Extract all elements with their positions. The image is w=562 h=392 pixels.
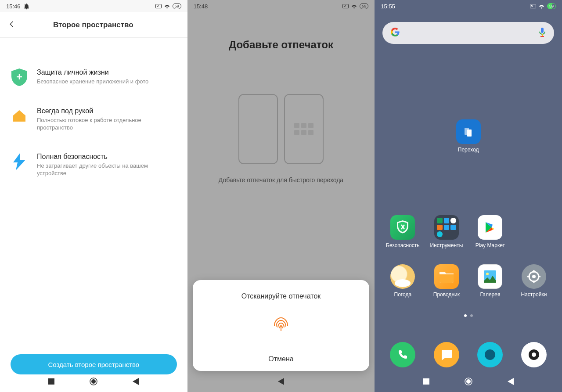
app-security[interactable]: Безопасность [382, 215, 423, 248]
messages-icon [434, 342, 459, 367]
fingerprint-icon[interactable] [270, 313, 292, 334]
app-row: Безопасность Инструменты Play Маркет [381, 215, 556, 248]
back-button-nav[interactable] [277, 378, 285, 385]
app-weather[interactable]: Погода [382, 264, 423, 298]
google-search-widget[interactable] [382, 22, 554, 44]
page-subtitle: Добавьте отпечаток для быстрого перехода [187, 176, 375, 183]
mute-icon [23, 3, 30, 10]
home-button[interactable] [465, 378, 472, 385]
app-label: Настройки [521, 291, 547, 298]
google-logo-icon [390, 27, 400, 39]
nav-bar [187, 371, 375, 392]
feature-desc: Не затрагивает другие объекты на вашем у… [37, 162, 177, 177]
feature-privacy: Защита личной жизни Безопасное хранение … [11, 68, 177, 86]
sheet-title: Отсканируйте отпечаток [193, 292, 370, 300]
app-label: Переход [458, 147, 479, 153]
phone-apps-icon [284, 94, 324, 164]
page-dot[interactable] [470, 314, 473, 317]
camera-icon [521, 342, 547, 367]
svg-point-3 [91, 379, 96, 384]
app-transfer[interactable]: Переход [448, 119, 489, 153]
back-button-nav[interactable] [132, 378, 140, 385]
page-dot-active [464, 314, 467, 317]
phones-illustration [187, 94, 375, 164]
dock-camera[interactable] [514, 342, 554, 367]
app-tools-folder[interactable]: Инструменты [426, 215, 467, 248]
feature-handy: Всегда под рукой Полностью готовое к раб… [11, 107, 177, 132]
status-bar: 15:55 59 [375, 0, 562, 12]
page-indicator [375, 314, 562, 317]
card-icon [155, 4, 162, 8]
screen-add-fingerprint: 15:48 59 Добавьте отпечаток Добавьте отп… [187, 0, 375, 392]
svg-rect-0 [155, 4, 161, 8]
feature-desc: Безопасное хранение приложений и фото [37, 78, 148, 86]
svg-rect-22 [423, 378, 429, 385]
svg-point-11 [486, 273, 489, 275]
dock [381, 342, 556, 367]
status-bar: 15:48 59 [187, 0, 375, 12]
gallery-icon [478, 264, 502, 289]
wifi-icon [351, 4, 357, 9]
back-button-nav[interactable] [507, 378, 515, 385]
status-time: 15:48 [194, 3, 208, 10]
gear-icon [522, 264, 546, 289]
svg-rect-6 [541, 28, 544, 33]
feature-title: Защита личной жизни [37, 68, 148, 76]
app-label: Погода [394, 291, 412, 298]
features-list: Защита личной жизни Безопасное хранение … [0, 38, 187, 392]
page-title: Второе пространство [25, 21, 161, 29]
home-button[interactable] [90, 378, 97, 385]
back-button[interactable] [8, 19, 16, 31]
browser-icon [477, 342, 503, 367]
fingerprint-sheet: Отсканируйте отпечаток Отмена [193, 280, 370, 371]
svg-rect-4 [343, 4, 349, 8]
app-play-market[interactable]: Play Маркет [470, 215, 510, 248]
recents-button[interactable] [422, 378, 430, 385]
status-time: 15:55 [381, 3, 395, 10]
app-label: Инструменты [430, 242, 463, 248]
svg-point-9 [395, 279, 411, 287]
folder-icon [434, 264, 459, 289]
svg-rect-5 [530, 4, 536, 8]
recents-button[interactable] [47, 378, 55, 385]
svg-point-24 [466, 379, 471, 384]
screen-second-space: 15:46 59 Второе пространство Защита личн… [0, 0, 187, 392]
mic-icon[interactable] [538, 27, 546, 39]
feature-safety: Полная безопасность Не затрагивает други… [11, 153, 177, 177]
dock-browser[interactable] [470, 342, 510, 367]
weather-icon [390, 264, 415, 289]
cancel-button[interactable]: Отмена [193, 347, 370, 371]
feature-desc: Полностью готовое к работе отдельное про… [37, 117, 177, 132]
wifi-icon [164, 4, 170, 9]
security-icon [390, 215, 415, 240]
nav-bar [375, 371, 562, 392]
nav-bar [0, 371, 187, 392]
phone-icon [390, 342, 415, 367]
app-label: Безопасность [386, 242, 420, 248]
battery-icon: 59 [360, 3, 368, 9]
svg-point-13 [532, 275, 536, 278]
play-store-icon [478, 215, 502, 240]
app-row: Переход [375, 119, 562, 153]
battery-icon: 59 [173, 3, 181, 9]
app-label: Play Маркет [476, 242, 505, 248]
shield-plus-icon [11, 68, 28, 86]
feature-title: Всегда под рукой [37, 107, 177, 115]
tools-folder-icon [434, 215, 459, 240]
card-icon [342, 4, 349, 8]
status-time: 15:46 [6, 3, 21, 10]
status-bar: 15:46 59 [0, 0, 187, 12]
screen-homescreen: 15:55 59 Переход [375, 0, 562, 392]
dock-messages[interactable] [426, 342, 467, 367]
home-icon [11, 107, 28, 125]
app-gallery[interactable]: Галерея [470, 264, 510, 298]
app-file-manager[interactable]: Проводник [426, 264, 467, 298]
app-settings[interactable]: Настройки [514, 264, 554, 298]
app-row: Погода Проводник Галерея Настройки [381, 264, 556, 298]
feature-title: Полная безопасность [37, 153, 177, 161]
dock-phone[interactable] [382, 342, 423, 367]
homescreen-grid: Переход Безопасность Инструменты [375, 54, 562, 392]
card-icon [530, 4, 536, 8]
app-label: Галерея [480, 291, 500, 298]
svg-rect-1 [48, 378, 54, 385]
